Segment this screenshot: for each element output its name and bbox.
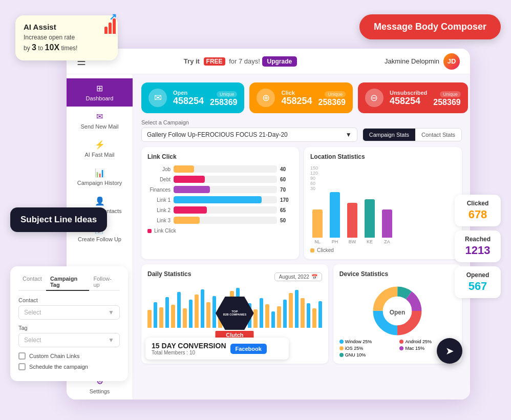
daily-title: Daily Statistics	[147, 270, 191, 278]
link-click-chart: Link Click Job 40 Debt 60	[141, 147, 299, 259]
campaign-label: Select a Campaign	[141, 119, 462, 125]
tab-contact[interactable]: Contact	[18, 274, 46, 290]
click-value: 458254	[281, 96, 312, 107]
contact-select[interactable]: Select ▼	[18, 305, 120, 320]
send-fab-button[interactable]: ➤	[437, 338, 462, 364]
legend-dot	[147, 229, 152, 233]
daily-bar	[189, 300, 193, 328]
charts-row: Link Click Job 40 Debt 60	[141, 147, 462, 259]
sidebar-item-label: AI Fast Mail	[84, 152, 114, 158]
main-content: ✉ Open 458254 Unique 258369 ⊕ C	[133, 74, 470, 400]
sidebar-item-label: Campaign History	[77, 180, 122, 186]
daily-bar	[312, 308, 316, 328]
sidebar-item-label: Send New Mail	[81, 123, 119, 130]
contact-label: Contact	[18, 297, 120, 303]
schedule-campaign-checkbox[interactable]: Schedule the campaign	[18, 363, 120, 370]
bar-link1: Link 1 170	[147, 196, 293, 203]
ai-assist-bubble: AI Assist Increase open rate by 3 to 10X…	[15, 15, 118, 60]
campaign-icon: 📊	[95, 168, 105, 178]
loc-za: ZA	[382, 209, 392, 244]
upgrade-button[interactable]: Upgrade	[262, 56, 297, 67]
daily-bar	[283, 300, 287, 328]
stat-info-click: Click 458254	[281, 90, 312, 107]
dropdown-chevron-icon: ▼	[346, 131, 352, 138]
campaign-dropdown[interactable]: Gallery Follow Up-FEROCIOUS FOCUS 21-Day…	[141, 128, 357, 142]
daily-bar	[253, 309, 258, 328]
sidebar-item-ai-fast-mail[interactable]: ⚡ AI Fast Mail	[67, 135, 133, 163]
legend-label: Link Click	[154, 228, 176, 234]
unsub-icon: ⊖	[365, 89, 384, 107]
ai-mail-icon: ⚡	[95, 140, 105, 150]
loc-legend-label: Clicked	[317, 247, 334, 253]
tag-chevron-icon: ▼	[108, 337, 114, 344]
location-title: Location Statistics	[310, 153, 456, 160]
daily-bar	[183, 308, 187, 328]
bottom-charts-row: Daily Statistics August, 2022 📅	[141, 264, 462, 364]
reached-value: 1213	[464, 244, 492, 257]
link-click-legend: Link Click	[147, 228, 293, 234]
date-badge[interactable]: August, 2022 📅	[274, 272, 322, 281]
opened-value: 567	[464, 280, 492, 293]
sidebar-item-label: Dashboard	[86, 95, 114, 101]
sidebar-item-dashboard[interactable]: ⊞ Dashboard	[67, 78, 133, 107]
send-icon: ➤	[445, 345, 454, 357]
dashboard-icon: ⊞	[96, 83, 103, 93]
stat-info-unsub: Unsubscribed 458254	[390, 90, 427, 107]
tag-form-group: Tag Select ▼	[18, 325, 120, 347]
daily-bar	[307, 303, 311, 328]
sidebar-item-send-new-mail[interactable]: ✉ Send New Mail	[67, 107, 133, 135]
user-info: Jakmine Delopmin JD	[385, 53, 460, 70]
svg-text:Open: Open	[390, 309, 405, 316]
stat-card-reached: Reached 1213	[455, 230, 501, 262]
days-text: for 7 days!	[229, 57, 260, 65]
bar-debt: Debt 60	[147, 176, 293, 183]
tab-campaign-stats[interactable]: Campaign Stats	[363, 129, 415, 141]
stat-unique-click: Unique 258369	[318, 89, 346, 107]
sidebar-item-label: Create Follow Up	[78, 236, 121, 242]
daily-bar	[165, 297, 169, 328]
donut-svg: Open	[372, 285, 423, 337]
link-click-title: Link Click	[147, 153, 293, 160]
conversion-subtitle: Total Members : 10	[152, 350, 226, 355]
daily-bar	[195, 295, 199, 328]
ai-assist-text: Increase open rate by 3 to 10X times!	[24, 33, 110, 53]
tag-select[interactable]: Select ▼	[18, 333, 120, 347]
checkbox-schedule[interactable]	[18, 363, 26, 370]
clicked-label: Clicked	[464, 200, 492, 207]
tag-placeholder: Select	[24, 337, 41, 344]
link-bars: Job 40 Debt 60 Finances	[147, 165, 293, 224]
bar-link2: Link 2 65	[147, 206, 293, 214]
daily-bar	[295, 290, 299, 328]
sidebar-item-campaign-history[interactable]: 📊 Campaign History	[67, 163, 133, 191]
stats-row: ✉ Open 458254 Unique 258369 ⊕ C	[141, 82, 462, 113]
location-bars: NL PH BW KE	[310, 193, 456, 244]
ai-assist-title: AI Assist	[24, 23, 110, 31]
custom-chain-links-checkbox[interactable]: Custom Chain Links	[18, 352, 120, 360]
daily-bar	[260, 298, 264, 328]
campaign-row: Gallery Follow Up-FEROCIOUS FOCUS 21-Day…	[141, 128, 462, 142]
user-name: Jakmine Delopmin	[385, 57, 439, 65]
checkbox-custom-chain[interactable]	[18, 352, 26, 360]
tab-follow-up[interactable]: Follow-up	[89, 274, 120, 290]
clutch-b2b: B2B COMPANIES	[223, 313, 246, 317]
message-composer-bubble[interactable]: Message Body Composer	[359, 14, 501, 39]
contacts-icon: 👤	[95, 196, 105, 206]
daily-stats-chart: Daily Statistics August, 2022 📅	[141, 264, 328, 364]
top-bar-center: Try it FREE for 7 days! Upgrade	[96, 56, 385, 67]
custom-chain-label: Custom Chain Links	[29, 353, 79, 359]
sidebar-item-label: Settings	[90, 388, 110, 394]
stat-info-open: Open 458254	[173, 90, 204, 107]
bar-job: Job 40	[147, 165, 293, 173]
tab-contact-stats[interactable]: Contact Stats	[415, 129, 461, 141]
stat-unique-unsub: Unique 258369	[433, 89, 460, 107]
stat-card-unsub: ⊖ Unsubscribed 458254 Unique 258369	[358, 82, 468, 113]
loc-ph: PH	[330, 192, 340, 244]
click-icon: ⊕	[257, 89, 275, 107]
stat-card-open: ✉ Open 458254 Unique 258369	[141, 82, 244, 113]
subject-line-ideas-bubble[interactable]: Subject Line Ideas	[10, 207, 107, 232]
tab-campaign-tag[interactable]: Campaign Tag	[46, 274, 90, 291]
daily-bar	[154, 302, 158, 328]
facebook-button[interactable]: Facebook	[230, 344, 267, 354]
bottom-left-panel: Contact Campaign Tag Follow-up Contact S…	[10, 266, 128, 381]
top-bar: ☰ Try it FREE for 7 days! Upgrade Jakmin…	[67, 49, 470, 74]
